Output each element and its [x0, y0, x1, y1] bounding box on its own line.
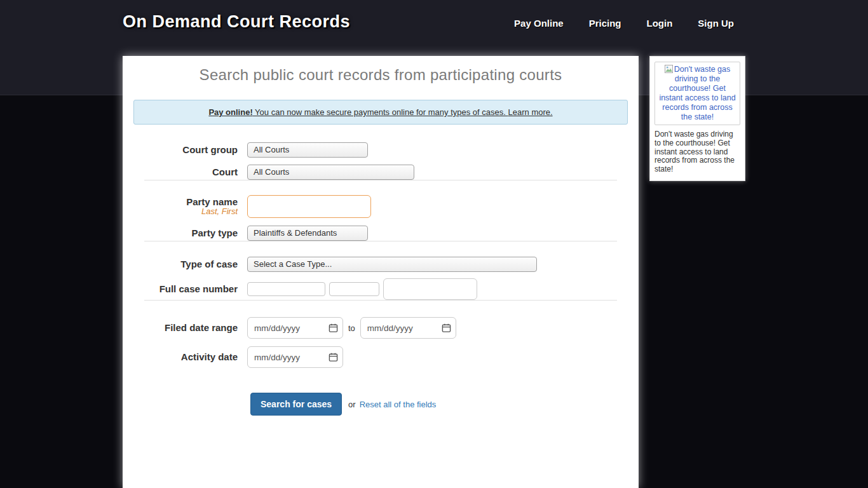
- activity-date-label: Activity date: [133, 351, 238, 362]
- site-title[interactable]: On Demand Court Records: [123, 12, 350, 32]
- alert-text: You can now make secure payments online …: [253, 107, 508, 117]
- alert-bold-text: Pay online!: [208, 107, 252, 117]
- party-name-hint: Last, First: [133, 207, 238, 217]
- calendar-icon[interactable]: [329, 323, 338, 333]
- court-row: Court All Courts: [133, 165, 628, 180]
- promo-image-alt-text: Don't waste gas driving to the courthous…: [659, 65, 735, 121]
- court-group-row: Court group All Courts: [133, 142, 628, 158]
- party-type-row: Party type Plaintiffs & Defendants: [133, 226, 628, 241]
- nav-sign-up[interactable]: Sign Up: [698, 18, 734, 29]
- party-name-input[interactable]: [247, 195, 371, 218]
- court-group-label: Court group: [133, 144, 238, 155]
- section-divider: [144, 300, 617, 301]
- search-card: Search public court records from partici…: [123, 56, 639, 488]
- or-text: or: [348, 400, 356, 409]
- case-number-part2-input[interactable]: [329, 282, 379, 296]
- court-select[interactable]: All Courts: [247, 165, 414, 180]
- section-divider: [144, 180, 617, 180]
- case-type-label: Type of case: [133, 259, 238, 269]
- top-nav: Pay Online Pricing Login Sign Up: [514, 18, 734, 29]
- calendar-icon[interactable]: [442, 323, 451, 333]
- case-number-part3-input[interactable]: [383, 278, 477, 300]
- party-type-label: Party type: [133, 227, 238, 238]
- case-type-select[interactable]: Select a Case Type...: [247, 257, 537, 272]
- date-range-joiner: to: [348, 323, 355, 333]
- nav-pricing[interactable]: Pricing: [589, 18, 621, 29]
- calendar-icon[interactable]: [329, 353, 338, 362]
- party-name-label: Party name Last, First: [133, 196, 238, 217]
- court-label: Court: [133, 166, 238, 177]
- alert-learn-more-link[interactable]: Learn more.: [508, 107, 553, 117]
- reset-fields-link[interactable]: Reset all of the fields: [360, 400, 437, 409]
- section-divider: [144, 241, 617, 241]
- pay-online-alert-link[interactable]: Pay online! You can now make secure paym…: [133, 100, 628, 125]
- broken-image-icon: [665, 65, 673, 73]
- party-name-row: Party name Last, First: [133, 195, 628, 218]
- form-actions: Search for cases or Reset all of the fie…: [250, 393, 628, 416]
- court-group-select[interactable]: All Courts: [247, 142, 368, 158]
- search-form: Court group All Courts Court All Courts …: [123, 142, 639, 416]
- party-name-label-text: Party name: [186, 196, 238, 207]
- promo-caption: Don't waste gas driving to the courthous…: [654, 130, 740, 174]
- filed-date-range-label: Filed date range: [133, 322, 238, 333]
- case-type-row: Type of case Select a Case Type...: [133, 257, 628, 272]
- nav-pay-online[interactable]: Pay Online: [514, 18, 564, 29]
- nav-login[interactable]: Login: [647, 18, 673, 29]
- case-number-part1-input[interactable]: [247, 282, 325, 296]
- case-number-label: Full case number: [133, 283, 238, 294]
- activity-date-row: Activity date: [133, 346, 628, 368]
- party-type-select[interactable]: Plaintiffs & Defendants: [247, 226, 368, 241]
- filed-date-range-row: Filed date range to: [133, 317, 628, 339]
- promo-broken-image-link[interactable]: Don't waste gas driving to the courthous…: [654, 62, 740, 125]
- case-number-row: Full case number: [133, 278, 628, 300]
- page-title: Search public court records from partici…: [123, 66, 639, 84]
- search-for-cases-button[interactable]: Search for cases: [250, 393, 342, 416]
- promo-panel: Don't waste gas driving to the courthous…: [649, 56, 745, 181]
